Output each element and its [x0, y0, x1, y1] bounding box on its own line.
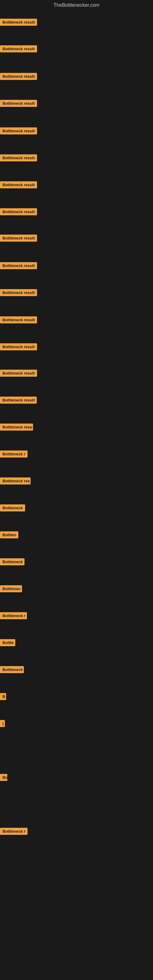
bottleneck-badge-23: Bottleneck r [0, 612, 27, 619]
bottleneck-item-14[interactable]: Bottleneck result [0, 370, 37, 378]
bottleneck-item-25[interactable]: Bottleneck [0, 666, 24, 675]
bottleneck-item-21[interactable]: Bottleneck [0, 558, 24, 566]
bottleneck-item-20[interactable]: Bottlen [0, 531, 18, 539]
bottleneck-badge-5: Bottleneck result [0, 127, 37, 134]
bottleneck-item-24[interactable]: Bottle [0, 639, 15, 648]
bottleneck-badge-28: Bo [0, 774, 7, 781]
bottleneck-item-27[interactable]: | [0, 720, 5, 728]
bottleneck-item-5[interactable]: Bottleneck result [0, 127, 37, 136]
bottleneck-badge-12: Bottleneck result [0, 317, 37, 323]
bottleneck-badge-25: Bottleneck [0, 666, 24, 673]
bottleneck-badge-24: Bottle [0, 639, 15, 646]
bottleneck-item-8[interactable]: Bottleneck result [0, 208, 37, 216]
bottleneck-item-23[interactable]: Bottleneck r [0, 612, 27, 620]
bottleneck-item-4[interactable]: Bottleneck result [0, 100, 37, 108]
bottleneck-badge-22: Bottlenec [0, 585, 22, 592]
bottleneck-item-2[interactable]: Bottleneck result [0, 45, 37, 54]
bottleneck-badge-13: Bottleneck result [0, 343, 37, 350]
bottleneck-badge-26: B [0, 693, 6, 700]
bottleneck-badge-6: Bottleneck result [0, 154, 37, 161]
bottleneck-badge-19: Bottleneck [0, 504, 25, 511]
bottleneck-badge-15: Bottleneck result [0, 396, 37, 404]
bottleneck-item-29[interactable]: Bottleneck r [0, 828, 27, 836]
bottleneck-item-11[interactable]: Bottleneck result [0, 289, 37, 298]
bottleneck-badge-17: Bottleneck r [0, 450, 27, 458]
bottleneck-badge-3: Bottleneck result [0, 73, 37, 80]
bottleneck-badge-7: Bottleneck result [0, 181, 37, 188]
bottleneck-badge-29: Bottleneck r [0, 828, 27, 835]
bottleneck-item-26[interactable]: B [0, 693, 6, 701]
bottleneck-item-10[interactable]: Bottleneck result [0, 262, 37, 270]
bottleneck-item-16[interactable]: Bottleneck resu [0, 423, 33, 432]
bottleneck-item-22[interactable]: Bottlenec [0, 585, 22, 593]
bottleneck-item-1[interactable]: Bottleneck result [0, 19, 37, 27]
site-title: TheBottlenecker.com [0, 0, 153, 10]
bottleneck-item-18[interactable]: Bottleneck res [0, 477, 30, 486]
bottleneck-item-9[interactable]: Bottleneck result [0, 235, 37, 243]
bottleneck-item-7[interactable]: Bottleneck result [0, 181, 37, 189]
bottleneck-badge-9: Bottleneck result [0, 235, 37, 242]
bottleneck-badge-21: Bottleneck [0, 558, 24, 565]
bottleneck-badge-4: Bottleneck result [0, 100, 37, 107]
bottleneck-item-15[interactable]: Bottleneck result [0, 396, 37, 405]
bottleneck-badge-18: Bottleneck res [0, 477, 30, 485]
bottleneck-badge-8: Bottleneck result [0, 208, 37, 215]
bottleneck-item-3[interactable]: Bottleneck result [0, 73, 37, 81]
bottleneck-badge-10: Bottleneck result [0, 262, 37, 269]
bottleneck-badge-11: Bottleneck result [0, 289, 37, 296]
bottleneck-badge-2: Bottleneck result [0, 45, 37, 52]
bottleneck-item-13[interactable]: Bottleneck result [0, 343, 37, 352]
bottleneck-badge-20: Bottlen [0, 531, 18, 538]
bottleneck-badge-14: Bottleneck result [0, 370, 37, 377]
bottleneck-badge-27: | [0, 720, 5, 727]
bottleneck-badge-16: Bottleneck resu [0, 423, 33, 431]
bottleneck-item-6[interactable]: Bottleneck result [0, 154, 37, 162]
bottleneck-item-17[interactable]: Bottleneck r [0, 450, 27, 459]
bottleneck-item-28[interactable]: Bo [0, 774, 7, 782]
bottleneck-badge-1: Bottleneck result [0, 19, 37, 26]
bottleneck-item-19[interactable]: Bottleneck [0, 504, 25, 513]
bottleneck-item-12[interactable]: Bottleneck result [0, 317, 37, 325]
